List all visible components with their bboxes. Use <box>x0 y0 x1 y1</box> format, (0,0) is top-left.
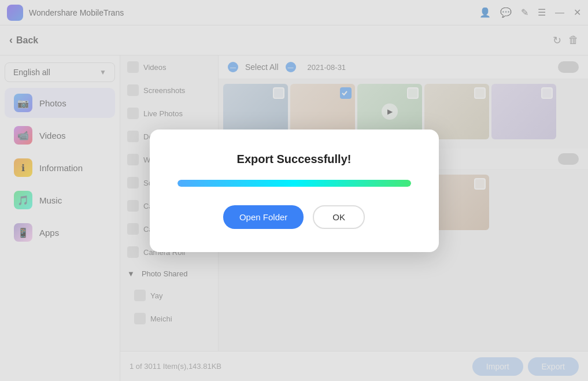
export-success-modal: Export Successfully! Open Folder OK <box>150 130 439 252</box>
modal-overlay: Export Successfully! Open Folder OK <box>0 0 588 381</box>
progress-bar-fill <box>177 180 411 187</box>
open-folder-button[interactable]: Open Folder <box>223 205 304 229</box>
progress-bar-container <box>177 180 411 187</box>
ok-button[interactable]: OK <box>313 205 365 229</box>
modal-buttons: Open Folder OK <box>223 205 365 229</box>
modal-title: Export Successfully! <box>237 153 352 166</box>
